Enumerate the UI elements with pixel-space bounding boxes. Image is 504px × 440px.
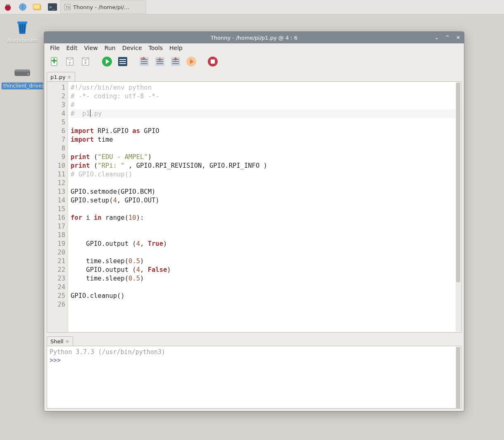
menu-file[interactable]: File — [47, 44, 63, 52]
debug-icon[interactable] — [116, 55, 129, 68]
editor-tab-label: p1.py — [50, 74, 66, 80]
step-out-icon[interactable] — [169, 55, 182, 68]
resume-icon[interactable] — [185, 55, 198, 68]
code-line[interactable]: # — [71, 101, 461, 109]
drive-icon — [2, 64, 43, 82]
code-line[interactable] — [71, 222, 461, 231]
code-line[interactable]: GPIO.output (4, False) — [71, 266, 461, 274]
trash-icon — [2, 18, 43, 36]
code-line[interactable]: GPIO.setmode(GPIO.BCM) — [71, 188, 461, 196]
shell-interpreter-info: Python 3.7.3 (/usr/bin/python3) — [50, 348, 459, 356]
window-maximize-icon[interactable]: ^ — [444, 35, 451, 40]
code-line[interactable] — [71, 144, 461, 153]
save-file-icon[interactable] — [79, 55, 92, 68]
code-line[interactable]: for i in range(10): — [71, 214, 461, 222]
code-line[interactable] — [71, 283, 461, 292]
menu-device[interactable]: Device — [119, 44, 145, 52]
code-area[interactable]: #!/usr/bin/env python# -*- coding: utf-8… — [68, 82, 461, 332]
code-line[interactable]: time.sleep(0.5) — [71, 274, 461, 283]
os-taskbar: >_ Th Thonny - /home/pi/… — [0, 0, 504, 14]
menu-tools[interactable]: Tools — [145, 44, 166, 52]
code-line[interactable] — [71, 179, 461, 188]
close-tab-icon[interactable]: ✳ — [67, 75, 71, 79]
svg-point-1 — [6, 6, 7, 8]
window-close-icon[interactable]: ✕ — [455, 35, 461, 40]
editor-tab[interactable]: p1.py ✳ — [47, 72, 75, 82]
raspberry-menu-icon[interactable] — [1, 1, 15, 13]
shell-tab-label: Shell — [50, 338, 64, 345]
svg-point-2 — [8, 6, 10, 8]
code-line[interactable]: time.sleep(0.5) — [71, 257, 461, 266]
code-line[interactable]: # -*- coding: utf-8 -*- — [71, 92, 461, 101]
taskbar-app-label: Thonny - /home/pi/… — [73, 4, 129, 10]
window-minimize-icon[interactable]: ⌄ — [433, 35, 440, 40]
svg-text:Th: Th — [65, 5, 70, 10]
svg-point-3 — [7, 8, 9, 10]
menu-view[interactable]: View — [81, 44, 101, 52]
file-manager-icon[interactable] — [31, 1, 45, 13]
code-line[interactable]: print ("RPi: " , GPIO.RPI_REVISION, GPIO… — [71, 162, 461, 170]
desktop-icon-thinclient[interactable]: thinclient_drives — [2, 64, 43, 89]
svg-rect-11 — [17, 21, 27, 24]
code-line[interactable]: print ("EDU - AMPEL") — [71, 153, 461, 162]
svg-rect-13 — [15, 70, 30, 71]
editor-scrollbar[interactable] — [456, 82, 461, 332]
code-line[interactable]: GPIO.setup(4, GPIO.OUT) — [71, 196, 461, 205]
code-line[interactable]: # p1.py — [71, 109, 461, 118]
code-line[interactable]: GPIO.cleanup() — [71, 292, 461, 300]
terminal-icon[interactable]: >_ — [45, 1, 59, 13]
shell-tabs: Shell ✳ — [47, 335, 461, 346]
editor-tabs: p1.py ✳ — [44, 71, 464, 81]
svg-text:>_: >_ — [49, 5, 55, 10]
menu-help[interactable]: Help — [166, 44, 186, 52]
desktop: Wastebasket thinclient_drives Thonny - /… — [0, 14, 504, 440]
desktop-icon-wastebasket[interactable]: Wastebasket — [2, 18, 43, 44]
window-titlebar[interactable]: Thonny - /home/pi/p1.py @ 4 : 6 ⌄ ^ ✕ — [44, 32, 464, 43]
code-line[interactable] — [71, 118, 461, 127]
code-line[interactable]: GPIO.output (4, True) — [71, 240, 461, 248]
code-line[interactable] — [71, 205, 461, 214]
line-number-gutter: 1 2 3 4 5 6 7 8 9 10 11 12 13 14 15 16 1… — [47, 82, 68, 332]
shell-prompt: >>> — [50, 357, 61, 364]
code-line[interactable]: import RPi.GPIO as GPIO — [71, 127, 461, 136]
desktop-icon-label: Wastebasket — [2, 37, 43, 44]
shell-scrollbar[interactable] — [456, 347, 461, 408]
code-line[interactable]: #!/usr/bin/env python — [71, 83, 461, 92]
step-over-icon[interactable] — [138, 55, 151, 68]
open-file-icon[interactable] — [63, 55, 76, 68]
code-line[interactable] — [71, 248, 461, 257]
thonny-window: Thonny - /home/pi/p1.py @ 4 : 6 ⌄ ^ ✕ Fi… — [44, 31, 464, 411]
toolbar — [44, 52, 464, 71]
svg-rect-37 — [211, 59, 215, 64]
menu-edit[interactable]: Edit — [63, 44, 81, 52]
shell-panel[interactable]: Python 3.7.3 (/usr/bin/python3) >>> — [47, 346, 461, 409]
new-file-icon[interactable] — [48, 55, 61, 68]
step-into-icon[interactable] — [153, 55, 166, 68]
stop-icon[interactable] — [206, 55, 219, 68]
window-title: Thonny - /home/pi/p1.py @ 4 : 6 — [211, 35, 297, 41]
code-line[interactable] — [71, 300, 461, 309]
close-tab-icon[interactable]: ✳ — [65, 340, 69, 344]
code-line[interactable] — [71, 231, 461, 240]
svg-rect-6 — [33, 4, 40, 9]
menu-bar: File Edit View Run Device Tools Help — [44, 43, 464, 52]
code-line[interactable]: import time — [71, 136, 461, 144]
svg-point-14 — [28, 74, 29, 75]
shell-tab[interactable]: Shell ✳ — [47, 336, 73, 346]
code-line[interactable]: # GPIO.cleanup() — [71, 170, 461, 179]
desktop-icon-label: thinclient_drives — [2, 83, 43, 89]
web-browser-icon[interactable] — [16, 1, 30, 13]
menu-run[interactable]: Run — [101, 44, 119, 52]
run-icon[interactable] — [100, 55, 114, 68]
code-editor[interactable]: 1 2 3 4 5 6 7 8 9 10 11 12 13 14 15 16 1… — [47, 81, 461, 333]
taskbar-app-thonny[interactable]: Th Thonny - /home/pi/… — [60, 0, 146, 14]
